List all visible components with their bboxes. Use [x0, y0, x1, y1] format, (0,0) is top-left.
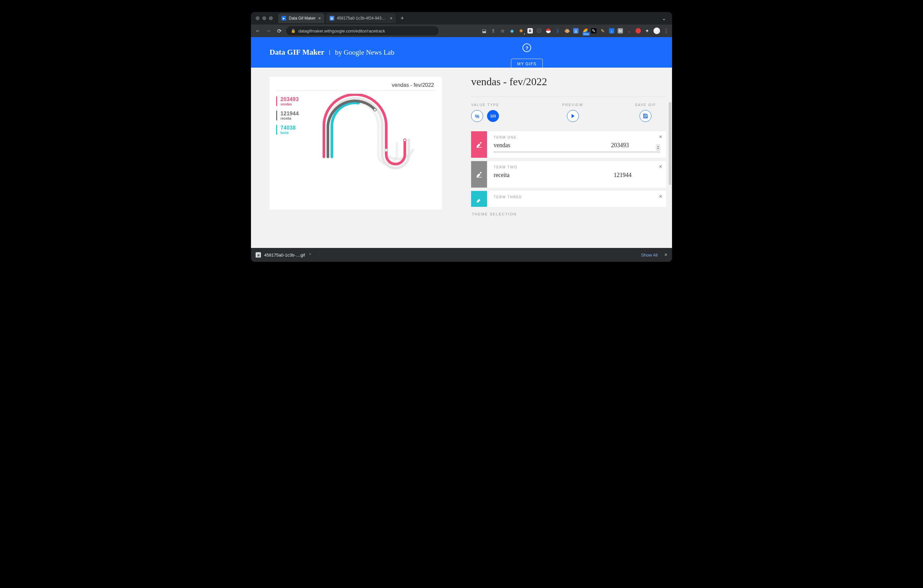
address-bar[interactable]: 🔒 datagifmaker.withgoogle.com/editor/rac…: [286, 26, 439, 36]
preview-play-button[interactable]: [567, 110, 579, 122]
ext-m-icon[interactable]: M: [618, 28, 623, 33]
ext-cast-icon[interactable]: ⟫: [555, 28, 561, 34]
show-all-downloads[interactable]: Show All: [641, 253, 658, 258]
ext-r-icon[interactable]: R: [527, 28, 533, 33]
value-stepper[interactable]: ▲▼: [656, 145, 660, 151]
separator: |: [329, 49, 330, 55]
tabs-menu-icon[interactable]: ⌄: [659, 15, 669, 21]
share-icon[interactable]: ⇪: [490, 28, 496, 34]
term-value-input[interactable]: 121944: [614, 172, 660, 179]
ext-red-icon[interactable]: [636, 28, 641, 33]
term-color-button[interactable]: [471, 161, 487, 187]
term-name-input[interactable]: vendas: [494, 142, 604, 149]
ext-translate-icon[interactable]: g: [573, 28, 578, 33]
racetrack-graphic: [319, 97, 435, 139]
term-caption: TERM TWO: [494, 165, 660, 169]
save-gif-button[interactable]: [639, 110, 652, 122]
terms-list: TERM ONE vendas 203493 ▲▼ ×: [471, 131, 666, 207]
term-value-input[interactable]: 203493: [611, 142, 647, 149]
extensions-icon[interactable]: ✦: [644, 28, 650, 34]
traffic-close[interactable]: [256, 16, 259, 20]
ext-highlight-icon[interactable]: ✎: [600, 28, 606, 34]
app-header: Data GIF Maker | by Google News Lab ? MY…: [251, 37, 672, 67]
preview-pane: vendas - fev/2022 203493 vendas 121944 r…: [251, 67, 459, 248]
file-icon: ▣: [256, 252, 261, 258]
close-downloads-icon[interactable]: ×: [664, 252, 667, 258]
window-controls[interactable]: [256, 16, 273, 20]
ext-monkey-icon[interactable]: 🐵: [564, 28, 570, 34]
remove-term-icon[interactable]: ×: [659, 134, 662, 140]
term-caption: TERM ONE: [494, 135, 660, 139]
tab-title: Data Gif Maker: [289, 16, 315, 21]
value-type-percent-button[interactable]: %: [471, 110, 483, 122]
profile-avatar[interactable]: [654, 28, 660, 34]
new-tab-button[interactable]: +: [398, 15, 407, 22]
controls-row: VALUE TYPE % 123 PREVIEW: [471, 103, 666, 122]
control-label: VALUE TYPE: [471, 103, 499, 107]
save-control: SAVE GIF: [635, 103, 656, 122]
browser-window: ▶ Data Gif Maker × ▦ 458175a0-1c3b-4f24-…: [251, 12, 672, 262]
term-row-2: TERM TWO receita 121944 ×: [471, 161, 666, 187]
lock-icon: 🔒: [291, 28, 296, 33]
kebab-menu-icon[interactable]: ⋮: [664, 28, 669, 34]
downloads-bar: ▣ 458175a0-1c3b-....gif ⌃ Show All ×: [251, 248, 672, 262]
value-type-control: VALUE TYPE % 123: [471, 103, 499, 122]
term-caption: TERM THREE: [494, 195, 660, 199]
theme-selection-label: THEME SELECTION: [472, 212, 666, 216]
download-item[interactable]: ▣ 458175a0-1c3b-....gif ⌃: [256, 252, 318, 258]
traffic-min[interactable]: [262, 16, 266, 20]
svg-point-0: [374, 108, 376, 111]
scrollbar[interactable]: [669, 102, 672, 185]
tab-strip: ▶ Data Gif Maker × ▦ 458175a0-1c3b-4f24-…: [251, 12, 672, 25]
ext-pokeball-icon[interactable]: [545, 28, 551, 34]
tab-title: 458175a0-1c3b-4f24-9434-5: [337, 16, 387, 21]
tab-active[interactable]: ▶ Data Gif Maker ×: [278, 13, 324, 23]
ext-gear-icon[interactable]: ✺2: [518, 28, 524, 34]
ext-download-icon[interactable]: ↓: [609, 28, 614, 33]
svg-point-2: [385, 149, 388, 151]
term-row-3: TERM THREE ×: [471, 191, 666, 207]
url-text: datagifmaker.withgoogle.com/editor/racet…: [298, 28, 385, 33]
forward-button[interactable]: →: [265, 28, 272, 34]
term-name-input[interactable]: receita: [494, 172, 607, 179]
download-menu-icon[interactable]: ⌃: [308, 253, 312, 258]
term-row-1: TERM ONE vendas 203493 ▲▼ ×: [471, 131, 666, 158]
page-title: vendas - fev/2022: [471, 76, 666, 88]
preview-control: PREVIEW: [562, 103, 583, 122]
install-icon[interactable]: ⬓: [481, 28, 487, 34]
ext-note-icon[interactable]: ✎: [591, 28, 596, 33]
help-icon[interactable]: ?: [522, 43, 531, 52]
ext-rainbow-icon[interactable]: 🌈New: [582, 28, 588, 34]
svg-rect-4: [476, 177, 482, 177]
toolbar-actions: ⬓ ⇪ ☆ ◆ ✺2 R ⓘ ⟫ 🐵 g 🌈New ✎ ✎ ↓ M ⌄ ✦ ⋮: [481, 28, 669, 34]
preview-title: vendas - fev/2022: [276, 82, 435, 90]
bookmark-icon[interactable]: ☆: [499, 28, 506, 34]
editor-pane: vendas - fev/2022 VALUE TYPE % 123 PREVI…: [459, 67, 672, 248]
tab-inactive[interactable]: ▦ 458175a0-1c3b-4f24-9434-5 ×: [326, 13, 396, 23]
byline: by Google News Lab: [335, 48, 394, 57]
favicon-icon: ▦: [330, 16, 334, 21]
remove-term-icon[interactable]: ×: [659, 194, 662, 200]
favicon-icon: ▶: [281, 16, 286, 21]
control-label: SAVE GIF: [635, 103, 656, 107]
remove-term-icon[interactable]: ×: [659, 164, 662, 170]
back-button[interactable]: ←: [254, 28, 261, 34]
control-label: PREVIEW: [562, 103, 583, 107]
tab-close-icon[interactable]: ×: [390, 16, 393, 21]
value-type-number-button[interactable]: 123: [487, 110, 499, 122]
traffic-max[interactable]: [269, 16, 273, 20]
svg-rect-3: [476, 147, 482, 148]
ext-diamond-icon[interactable]: ◆: [509, 28, 515, 34]
brand-title: Data GIF Maker: [269, 48, 324, 57]
reload-button[interactable]: ⟳: [276, 28, 283, 34]
term-color-button[interactable]: [471, 131, 487, 158]
ext-info-icon[interactable]: ⓘ: [536, 28, 542, 34]
page-content: Data GIF Maker | by Google News Lab ? MY…: [251, 37, 672, 248]
ext-pocket-icon[interactable]: ⌄: [626, 28, 632, 34]
download-filename: 458175a0-1c3b-....gif: [264, 253, 305, 258]
preview-card: vendas - fev/2022 203493 vendas 121944 r…: [269, 77, 442, 209]
term-color-button[interactable]: [471, 191, 487, 207]
svg-point-1: [404, 139, 406, 141]
tab-close-icon[interactable]: ×: [318, 16, 321, 21]
